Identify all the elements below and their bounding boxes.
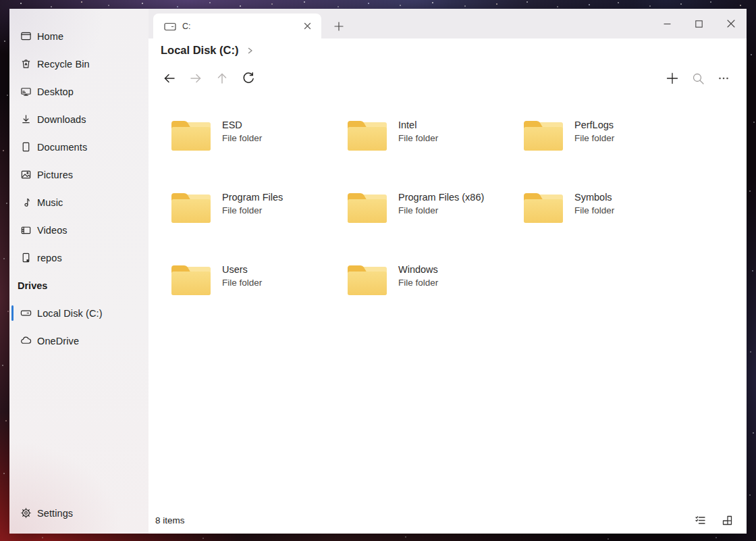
sidebar-item-label: Videos: [37, 225, 68, 236]
sidebar-item-pictures[interactable]: Pictures: [9, 161, 148, 188]
sidebar-item-label: Pictures: [37, 170, 73, 180]
drive-icon: [20, 307, 32, 319]
folder-icon: [170, 263, 212, 297]
sidebar-item-home[interactable]: Home: [9, 22, 148, 50]
folder-item-perflogs[interactable]: PerfLogs File folder: [522, 118, 699, 190]
back-button[interactable]: [163, 72, 176, 85]
home-icon: [20, 30, 32, 42]
folder-grid: ESD File folder Intel File folder: [170, 118, 699, 335]
more-options-button[interactable]: [717, 72, 730, 85]
tab-close-button[interactable]: [300, 19, 315, 34]
folder-type: File folder: [222, 204, 283, 217]
sidebar-item-label: Local Disk (C:): [37, 308, 103, 319]
main-pane: C:: [148, 9, 747, 534]
folder-icon: [522, 118, 564, 152]
tab-title: C:: [182, 22, 300, 31]
folder-item-program-files[interactable]: Program Files File folder: [170, 190, 346, 263]
files-app-window: Home Recycle Bin Desktop: [9, 9, 747, 534]
video-icon: [20, 224, 32, 236]
maximize-button[interactable]: [683, 9, 715, 38]
sidebar-item-label: Recycle Bin: [37, 59, 90, 70]
folder-item-esd[interactable]: ESD File folder: [170, 118, 346, 190]
folder-type: File folder: [398, 204, 484, 217]
sidebar-item-local-disk-c[interactable]: Local Disk (C:): [9, 299, 148, 327]
sidebar-item-label: OneDrive: [37, 336, 79, 346]
forward-button[interactable]: [189, 72, 202, 85]
sidebar-item-music[interactable]: Music: [9, 188, 148, 216]
items-count: 8 items: [155, 515, 185, 525]
download-icon: [20, 113, 32, 125]
selection-indicator: [11, 305, 14, 321]
sidebar-item-downloads[interactable]: Downloads: [9, 105, 148, 133]
folder-icon: [346, 263, 388, 297]
sidebar-item-label: Documents: [37, 142, 87, 153]
window-controls: [651, 9, 747, 38]
new-item-button[interactable]: [666, 72, 679, 85]
folder-type: File folder: [398, 276, 438, 289]
content-area: Local Disk (C:): [148, 38, 747, 534]
sidebar-item-label: Settings: [37, 508, 73, 519]
folder-item-intel[interactable]: Intel File folder: [346, 118, 522, 190]
recycle-bin-icon: [20, 58, 32, 70]
sidebar-item-recycle-bin[interactable]: Recycle Bin: [9, 50, 148, 78]
picture-icon: [20, 169, 32, 180]
minimize-button[interactable]: [651, 9, 683, 38]
sidebar-item-videos[interactable]: Videos: [9, 216, 148, 244]
folder-type: File folder: [222, 132, 262, 145]
sidebar-item-onedrive[interactable]: OneDrive: [9, 327, 148, 355]
layout-mode-icon[interactable]: [721, 514, 734, 527]
multiselect-icon[interactable]: [694, 514, 707, 527]
sidebar-item-desktop[interactable]: Desktop: [9, 78, 148, 105]
refresh-icon[interactable]: [242, 72, 255, 85]
drive-icon: [164, 22, 176, 30]
desktop-wallpaper: Home Recycle Bin Desktop: [0, 0, 756, 541]
search-icon[interactable]: [691, 72, 705, 85]
desktop-icon: [20, 86, 32, 97]
sidebar-item-label: Desktop: [37, 86, 74, 97]
folder-name: Windows: [398, 263, 438, 276]
new-tab-button[interactable]: [327, 14, 351, 38]
folder-item-windows[interactable]: Windows File folder: [346, 263, 522, 335]
music-note-icon: [20, 197, 32, 208]
breadcrumb: Local Disk (C:): [161, 44, 254, 57]
sidebar-item-repos[interactable]: repos: [9, 244, 148, 272]
folder-icon: [522, 190, 564, 224]
folder-name: Program Files: [222, 191, 283, 204]
folder-name: PerfLogs: [574, 119, 614, 132]
sidebar-item-label: Downloads: [37, 114, 86, 125]
folder-icon: [346, 190, 388, 224]
nav-buttons: [148, 72, 255, 85]
folder-item-symbols[interactable]: Symbols File folder: [522, 190, 699, 263]
chevron-right-icon[interactable]: [246, 47, 254, 55]
folder-type: File folder: [574, 132, 614, 145]
folder-type: File folder: [398, 132, 438, 145]
sidebar-item-documents[interactable]: Documents: [9, 133, 148, 161]
sidebar-settings: Settings: [9, 499, 148, 527]
star-field: [0, 0, 1, 1]
folder-type: File folder: [574, 204, 614, 217]
folder-name: Symbols: [574, 191, 614, 204]
up-button[interactable]: [215, 72, 229, 85]
breadcrumb-local-disk[interactable]: Local Disk (C:): [161, 44, 239, 57]
folder-name: Program Files (x86): [398, 191, 484, 204]
folder-name: ESD: [222, 119, 262, 132]
sidebar: Home Recycle Bin Desktop: [9, 9, 148, 534]
sidebar-item-settings[interactable]: Settings: [9, 499, 148, 527]
folder-item-program-files-x86[interactable]: Program Files (x86) File folder: [346, 190, 522, 263]
tab-c-drive[interactable]: C:: [153, 14, 321, 38]
sidebar-nav: Home Recycle Bin Desktop: [9, 22, 148, 355]
folder-type: File folder: [222, 276, 262, 289]
repo-icon: [20, 252, 32, 263]
status-bar: 8 items: [148, 507, 747, 534]
folder-name: Users: [222, 263, 262, 276]
cloud-icon: [20, 335, 32, 346]
status-bar-buttons: [694, 514, 734, 527]
folder-icon: [346, 118, 388, 152]
folder-item-users[interactable]: Users File folder: [170, 263, 346, 335]
sidebar-item-label: repos: [37, 253, 62, 263]
tab-bar: C:: [148, 9, 747, 38]
close-window-button[interactable]: [715, 9, 747, 38]
gear-icon: [20, 507, 32, 519]
document-icon: [20, 141, 32, 153]
navigation-toolbar: [148, 67, 747, 90]
